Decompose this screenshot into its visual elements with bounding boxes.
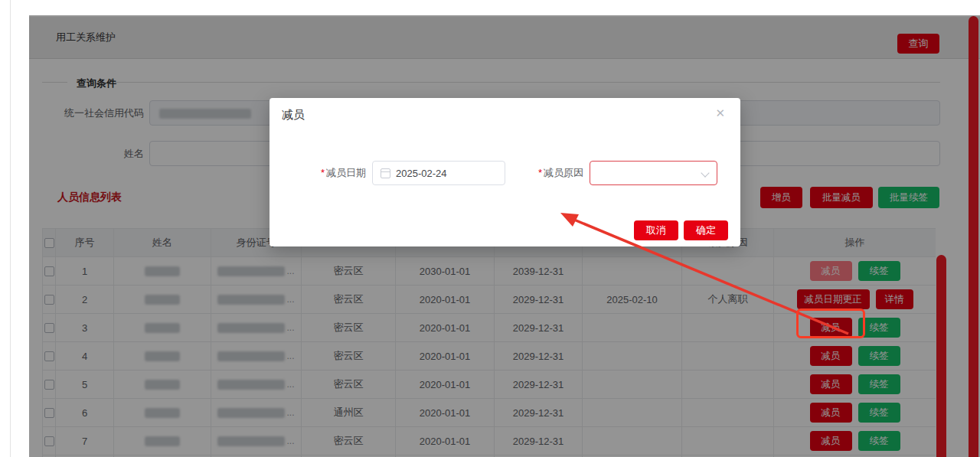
modal-title: 减员 — [282, 108, 305, 122]
table-scrollbar[interactable] — [936, 255, 946, 457]
remove-date-label: *减员日期 — [300, 161, 366, 185]
chevron-down-icon — [701, 168, 709, 177]
remove-date-value: 2025-02-24 — [396, 168, 447, 179]
remove-personnel-modal: 减员 ✕ *减员日期 2025-02-24 *减员原因 取消 确定 — [270, 98, 740, 246]
required-asterisk: * — [538, 167, 542, 178]
confirm-button[interactable]: 确定 — [684, 220, 728, 240]
window-edge-divider — [10, 0, 11, 457]
calendar-icon — [381, 168, 390, 178]
remove-date-input[interactable]: 2025-02-24 — [372, 161, 505, 185]
close-icon[interactable]: ✕ — [715, 107, 725, 119]
page-scrollbar[interactable] — [969, 16, 978, 457]
remove-reason-select[interactable] — [590, 161, 717, 185]
remove-reason-label: *减员原因 — [518, 161, 583, 185]
cancel-button[interactable]: 取消 — [634, 220, 678, 240]
required-asterisk: * — [321, 167, 325, 178]
